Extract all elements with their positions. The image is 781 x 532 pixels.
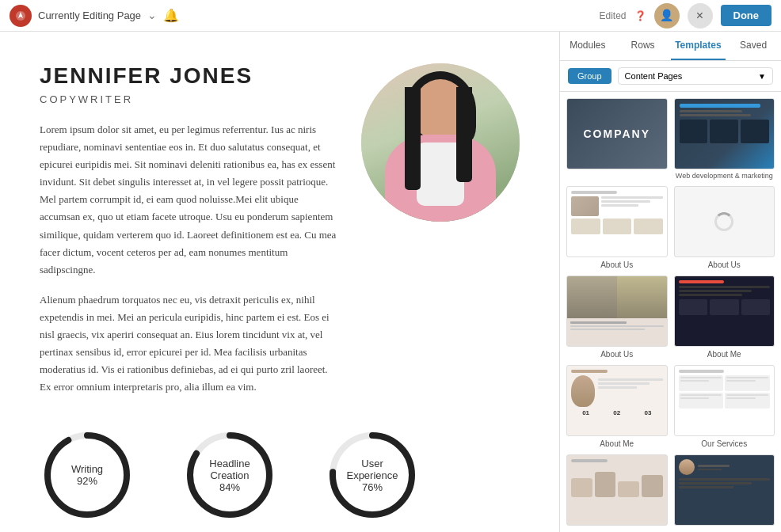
skill-info-writing: Writing 92% (71, 463, 103, 487)
topbar: Currently Editing Page ⌄ 🔔 Edited ❓ 👤 × … (0, 0, 781, 32)
template-thumb-company: COMPANY (566, 98, 668, 169)
panel-filter: Group Content Pages ▼ (560, 61, 781, 92)
close-button[interactable]: × (688, 3, 713, 28)
template-grid: COMPANY (560, 92, 781, 532)
template-thumb-our-services (674, 365, 775, 436)
profile-body-2: Alienum phaedrum torquatos nec eu, vis d… (40, 291, 337, 397)
template-our-services[interactable]: Our Services (674, 365, 775, 448)
template-bottom-2[interactable] (674, 454, 775, 529)
template-label-about-me-dark: About Me (674, 350, 775, 359)
tab-saved[interactable]: Saved (726, 32, 781, 60)
skill-pct-writing: 92% (71, 475, 103, 487)
skill-info-headline: HeadlineCreation 84% (209, 458, 250, 493)
skill-name-ux: UserExperience (346, 458, 398, 481)
help-icon[interactable]: ❓ (634, 10, 646, 21)
page-editor: JENNIFER JONES COPYWRITER Lorem ipsum do… (0, 32, 559, 532)
profile-image (361, 63, 520, 222)
app-logo (10, 5, 32, 27)
template-thumb-webdev (674, 98, 775, 169)
done-button[interactable]: Done (721, 5, 772, 26)
template-about-us-3[interactable]: About Us (566, 276, 668, 359)
profile-body-1: Lorem ipsum dolor sit amet, eu per legim… (40, 121, 337, 279)
content-pages-label: Content Pages (625, 71, 683, 81)
edited-label: Edited (599, 10, 626, 21)
template-thumb-about-us-loading (674, 186, 775, 257)
skills-section: Writing 92% HeadlineCreation 84% (40, 428, 520, 522)
skill-writing: Writing 92% (40, 428, 135, 522)
group-filter-button[interactable]: Group (568, 68, 611, 84)
panel-tabs: Modules Rows Templates Saved (560, 32, 781, 61)
skill-info-ux: UserExperience 76% (346, 458, 398, 493)
chevron-down-icon[interactable]: ⌄ (147, 9, 157, 22)
profile-section: JENNIFER JONES COPYWRITER Lorem ipsum do… (40, 63, 520, 396)
loading-spinner (675, 187, 775, 256)
skill-pct-headline: 84% (209, 481, 250, 493)
template-about-us-loading[interactable]: About Us (674, 186, 775, 269)
template-thumb-about-us-3 (566, 276, 668, 347)
template-thumb-about-me-light: 01 02 03 (566, 365, 668, 436)
chevron-select-icon: ▼ (758, 72, 766, 81)
bell-icon[interactable]: 🔔 (163, 8, 179, 23)
skill-headline: HeadlineCreation 84% (182, 428, 277, 522)
template-label-about-us-1: About Us (566, 260, 668, 269)
tab-templates[interactable]: Templates (671, 32, 726, 60)
profile-image-placeholder (361, 63, 520, 222)
profile-text: JENNIFER JONES COPYWRITER Lorem ipsum do… (40, 63, 337, 396)
template-label-webdev: Web development & marketing (674, 172, 775, 180)
tab-rows[interactable]: Rows (615, 32, 671, 60)
tab-modules[interactable]: Modules (560, 32, 615, 60)
profile-title: COPYWRITER (40, 93, 337, 105)
topbar-right: Edited ❓ 👤 × Done (599, 3, 771, 28)
template-thumb-bottom-1 (566, 454, 668, 526)
main-area: JENNIFER JONES COPYWRITER Lorem ipsum do… (0, 32, 781, 532)
template-label-about-us-3: About Us (566, 350, 668, 359)
template-thumb-bottom-2 (674, 454, 775, 526)
template-about-me-light[interactable]: 01 02 03 About Me (566, 365, 668, 448)
skill-ux: UserExperience 76% (325, 428, 420, 522)
template-about-me-dark[interactable]: About Me (674, 276, 775, 359)
template-webdev[interactable]: Web development & marketing (674, 98, 775, 180)
profile-name: JENNIFER JONES (40, 63, 337, 89)
template-label-about-us-loading: About Us (674, 260, 775, 269)
template-company[interactable]: COMPANY (566, 98, 668, 180)
user-avatar[interactable]: 👤 (654, 3, 680, 28)
template-thumb-about-us-1 (566, 186, 668, 257)
skill-circle-writing: Writing 92% (40, 428, 135, 522)
skill-name-headline: HeadlineCreation (209, 458, 250, 481)
template-about-us-1[interactable]: About Us (566, 186, 668, 269)
content-pages-select[interactable]: Content Pages ▼ (618, 67, 773, 85)
right-panel: Modules Rows Templates Saved Group Conte… (559, 32, 781, 532)
app-title: Currently Editing Page (38, 10, 141, 21)
skill-pct-ux: 76% (346, 481, 398, 493)
skill-circle-headline: HeadlineCreation 84% (182, 428, 277, 522)
template-label-our-services: Our Services (674, 439, 775, 448)
skill-circle-ux: UserExperience 76% (325, 428, 420, 522)
skill-name-writing: Writing (71, 463, 103, 475)
company-label: COMPANY (583, 127, 650, 140)
template-thumb-about-me-dark (674, 276, 775, 347)
topbar-left: Currently Editing Page ⌄ 🔔 (10, 5, 179, 27)
template-label-about-me-light: About Me (566, 439, 668, 448)
spinner-circle (714, 212, 733, 231)
template-bottom-1[interactable] (566, 454, 668, 529)
